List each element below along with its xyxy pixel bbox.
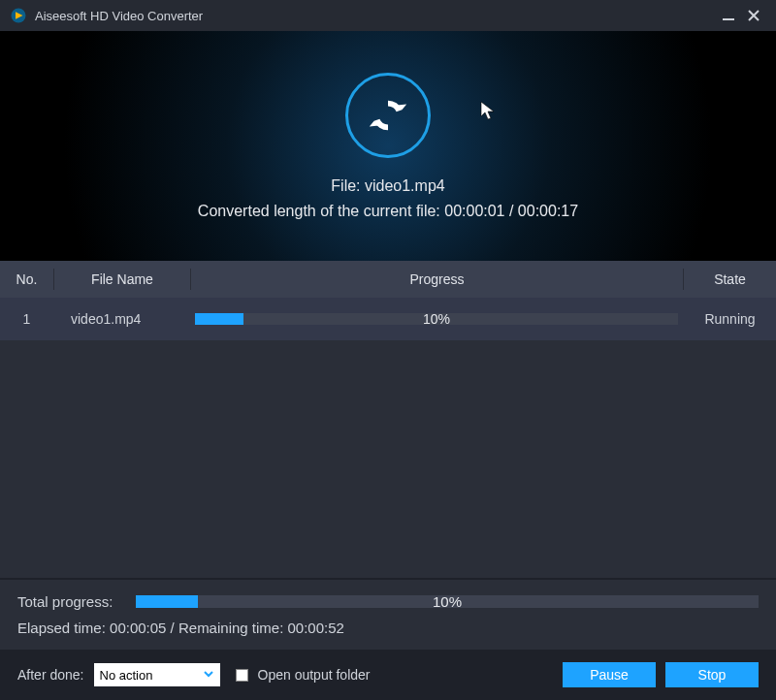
titlebar[interactable]: Aiseesoft HD Video Converter (0, 0, 776, 31)
table-body: 1 video1.mp4 10% Running (0, 298, 776, 578)
stop-button[interactable]: Stop (665, 662, 759, 687)
table-row[interactable]: 1 video1.mp4 10% Running (0, 298, 776, 340)
elapsed-label: Elapsed time: (17, 620, 110, 636)
summary-panel: Total progress: 10% Elapsed time: 00:00:… (0, 578, 776, 650)
current-file-name: video1.mp4 (365, 177, 445, 194)
open-output-label[interactable]: Open output folder (258, 667, 371, 683)
after-done-select[interactable]: No action (94, 663, 220, 686)
hero-panel: File: video1.mp4 Converted length of the… (0, 31, 776, 261)
converted-total: 00:00:17 (518, 203, 578, 219)
row-progress-percent: 10% (195, 311, 678, 327)
total-progress-label: Total progress: (17, 593, 136, 610)
row-file-name: video1.mp4 (53, 311, 189, 327)
total-progress-bar: 10% (136, 595, 759, 608)
row-progress-fill (195, 313, 243, 325)
pause-button[interactable]: Pause (563, 662, 656, 687)
table-header: No. File Name Progress State (0, 261, 776, 298)
header-state: State (684, 271, 776, 287)
close-button[interactable] (741, 3, 766, 28)
file-prefix: File: (331, 177, 365, 194)
mouse-cursor-icon (480, 101, 496, 124)
row-progress-bar: 10% (195, 313, 678, 325)
svg-rect-1 (723, 18, 734, 20)
converted-position: 00:00:01 (444, 203, 504, 219)
converted-sep: / (505, 203, 518, 219)
remaining-label: Remaining time: (178, 620, 288, 636)
open-output-checkbox[interactable] (236, 669, 248, 682)
remaining-value: 00:00:52 (288, 620, 344, 636)
minimize-button[interactable] (716, 3, 741, 28)
chevron-down-icon (201, 666, 216, 682)
after-done-value: No action (100, 668, 153, 683)
row-no: 1 (0, 311, 53, 327)
total-progress-row: Total progress: 10% (17, 593, 759, 610)
total-progress-fill (136, 595, 198, 608)
header-progress: Progress (191, 271, 683, 287)
app-title: Aiseesoft HD Video Converter (35, 9, 716, 23)
total-progress-percent: 10% (136, 593, 759, 610)
app-logo-icon (10, 7, 27, 24)
converted-length-line: Converted length of the current file: 00… (198, 203, 578, 220)
convert-spinner-icon (345, 73, 431, 158)
converted-prefix: Converted length of the current file: (198, 203, 444, 219)
header-no: No. (0, 271, 53, 287)
row-state: Running (684, 311, 776, 327)
row-progress-cell: 10% (189, 313, 684, 325)
times-row: Elapsed time: 00:00:05 / Remaining time:… (17, 620, 759, 636)
times-sep: / (166, 620, 178, 636)
current-file-line: File: video1.mp4 (331, 177, 444, 195)
elapsed-value: 00:00:05 (110, 620, 166, 636)
after-done-label: After done: (17, 667, 84, 683)
footer-bar: After done: No action Open output folder… (0, 650, 776, 700)
header-file-name: File Name (54, 271, 190, 287)
app-window: Aiseesoft HD Video Converter File: video… (0, 0, 776, 700)
